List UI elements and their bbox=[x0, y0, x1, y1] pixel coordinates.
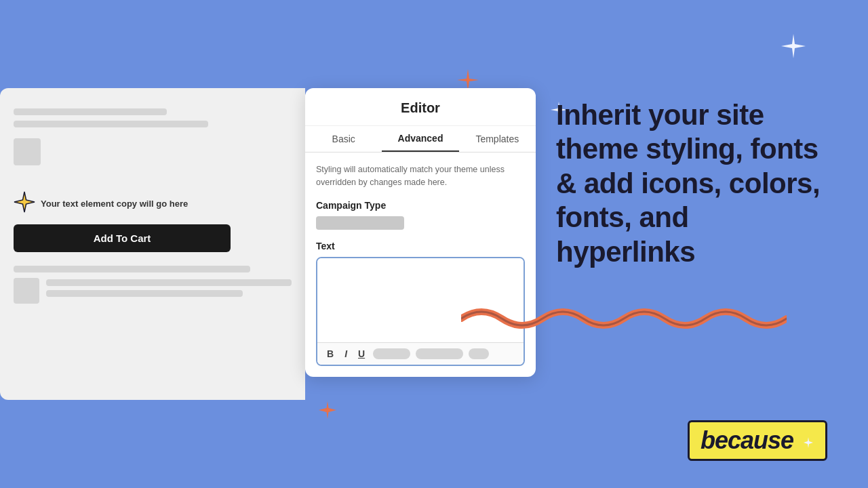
right-heading: Inherit your site theme styling, fonts &… bbox=[556, 98, 827, 269]
wave-decoration bbox=[461, 298, 787, 339]
editor-info-text: Styling will automatically match your th… bbox=[316, 163, 525, 189]
underline-button[interactable]: U bbox=[355, 347, 368, 361]
tab-advanced[interactable]: Advanced bbox=[382, 126, 458, 152]
editor-tabs: Basic Advanced Templates bbox=[305, 126, 536, 152]
mockup-side-lines bbox=[46, 279, 292, 302]
mockup-star-block: Your text element copy will go here bbox=[14, 191, 292, 216]
mockup-line-2 bbox=[14, 121, 208, 127]
italic-button[interactable]: I bbox=[342, 347, 350, 361]
editor-title: Editor bbox=[305, 88, 536, 126]
sparkle-top-right bbox=[780, 33, 807, 62]
campaign-type-label: Campaign Type bbox=[316, 200, 525, 211]
tab-templates[interactable]: Templates bbox=[459, 126, 536, 152]
mockup-side-line-2 bbox=[46, 290, 243, 297]
bold-button[interactable]: B bbox=[324, 347, 336, 361]
mockup-thumbnail bbox=[14, 278, 39, 304]
mockup-text-label: Your text element copy will go here bbox=[41, 199, 188, 209]
mockup-bottom-line-1 bbox=[14, 266, 250, 272]
mockup-side-line-1 bbox=[46, 279, 292, 286]
mockup-image-row bbox=[14, 138, 292, 171]
text-toolbar: B I U bbox=[317, 342, 524, 365]
website-mockup-panel: Your text element copy will go here Add … bbox=[0, 88, 305, 400]
campaign-type-bar bbox=[316, 216, 404, 230]
mockup-line-1 bbox=[14, 108, 167, 115]
editor-body: Styling will automatically match your th… bbox=[305, 152, 536, 377]
mockup-bottom-row-1 bbox=[14, 278, 292, 304]
toolbar-pill-2 bbox=[416, 348, 463, 359]
mockup-top-lines bbox=[14, 108, 292, 127]
toolbar-pill-1 bbox=[373, 348, 410, 359]
mockup-image-box bbox=[14, 138, 41, 165]
sparkle-bottom-left bbox=[317, 400, 338, 423]
mockup-bottom-lines bbox=[14, 266, 292, 304]
text-field-label: Text bbox=[316, 241, 525, 251]
because-logo: because bbox=[688, 420, 827, 461]
tab-basic[interactable]: Basic bbox=[305, 126, 382, 152]
toolbar-pill-3 bbox=[469, 348, 489, 359]
add-to-cart-button[interactable]: Add To Cart bbox=[14, 224, 231, 252]
star-icon bbox=[14, 191, 35, 216]
right-text-block: Inherit your site theme styling, fonts &… bbox=[556, 98, 827, 269]
